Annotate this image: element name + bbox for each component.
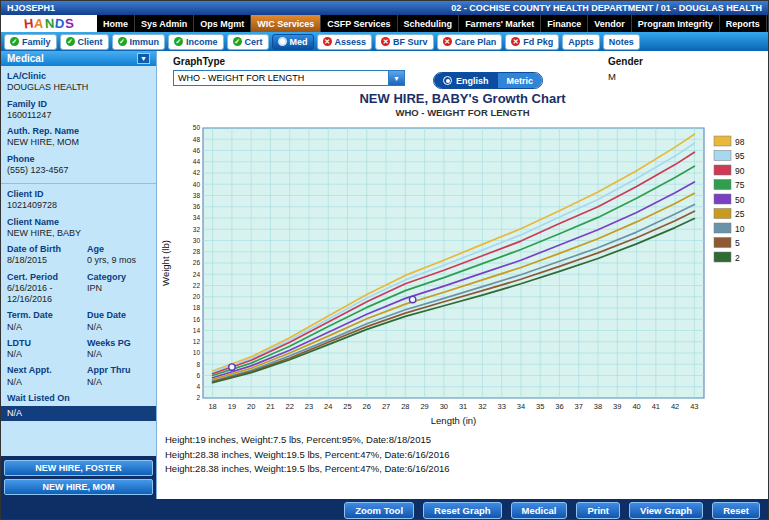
menu-home[interactable]: Home: [97, 15, 135, 32]
tab-family[interactable]: ✓Family: [4, 34, 57, 50]
family-member-buttons: NEW HIRE, FOSTERNEW HIRE, MOM: [1, 456, 156, 499]
x-tick-label: 40: [632, 402, 640, 411]
tab-label: Med: [290, 37, 308, 47]
field-value: N/A: [87, 322, 148, 333]
graph-type-value: WHO - WEIGHT FOR LENGTH: [178, 73, 304, 83]
legend-swatch-95: [714, 151, 731, 161]
tab-bf-surv[interactable]: ✕BF Surv: [375, 34, 434, 50]
units-metric-label: Metric: [507, 76, 534, 86]
zoom-tool-button[interactable]: Zoom Tool: [344, 502, 414, 519]
legend-swatch-10: [714, 223, 731, 233]
field-row: Date of Birth8/18/2015Age0 yrs, 9 mos: [1, 242, 156, 270]
x-tick-label: 42: [671, 402, 679, 411]
field-label: Client Name: [7, 217, 150, 228]
tab-fd-pkg[interactable]: ✕Fd Pkg: [505, 34, 559, 50]
tab-label: Client: [78, 37, 103, 47]
menu-finance[interactable]: Finance: [541, 15, 588, 32]
footer-bar: Zoom ToolReset GraphMedicalPrintView Gra…: [1, 499, 768, 520]
member-button-new-hire-mom[interactable]: NEW HIRE, MOM: [4, 479, 153, 495]
medical-button[interactable]: Medical: [511, 502, 568, 519]
y-tick-label: 12: [193, 338, 201, 345]
x-tick-label: 32: [478, 402, 486, 411]
tab-med[interactable]: Med: [272, 34, 314, 50]
menu-csfp-services[interactable]: CSFP Services: [321, 15, 397, 32]
field-label: Client ID: [7, 189, 150, 200]
y-tick-label: 22: [193, 282, 201, 289]
tab-label: Cert: [245, 37, 263, 47]
field-value: N/A: [7, 377, 83, 388]
y-tick-label: 24: [193, 271, 201, 278]
units-english-option[interactable]: English: [434, 73, 498, 88]
tab-cert[interactable]: ✓Cert: [227, 34, 269, 50]
hands-logo: HANDS: [1, 15, 97, 32]
y-tick-label: 30: [193, 237, 201, 244]
units-metric-option[interactable]: Metric: [498, 73, 543, 88]
tab-label: Family: [22, 37, 51, 47]
field-label: Due Date: [87, 310, 148, 321]
field-age: Age0 yrs, 9 mos: [87, 244, 150, 267]
print-button[interactable]: Print: [576, 502, 620, 519]
field-label: Term. Date: [7, 310, 83, 321]
x-tick-label: 33: [498, 402, 506, 411]
y-tick-label: 18: [193, 304, 201, 311]
menu-help[interactable]: Help: [767, 15, 768, 32]
menu-sys-admin[interactable]: Sys Admin: [135, 15, 194, 32]
field-row: Next Appt.N/AAppr ThruN/A: [1, 363, 156, 391]
legend-label: 25: [735, 209, 745, 219]
user-id: HJOSEPH1: [7, 3, 55, 13]
gender-label: Gender: [608, 56, 643, 67]
menu-wic-services[interactable]: WIC Services: [251, 15, 321, 32]
sidebar-section-dropdown[interactable]: Medical ▼: [1, 51, 156, 66]
y-tick-label: 14: [193, 327, 201, 334]
tab-income[interactable]: ✓Income: [168, 34, 224, 50]
tab-care-plan[interactable]: ✕Care Plan: [437, 34, 503, 50]
menu-reports[interactable]: Reports: [720, 15, 767, 32]
member-button-new-hire-foster[interactable]: NEW HIRE, FOSTER: [4, 460, 153, 476]
tab-label: Fd Pkg: [523, 37, 553, 47]
view-graph-button[interactable]: View Graph: [629, 502, 703, 519]
radio-selected-icon: [443, 76, 452, 85]
check-icon: ✓: [10, 37, 19, 46]
reset-graph-button[interactable]: Reset Graph: [423, 502, 502, 519]
menu-program-integrity[interactable]: Program Integrity: [632, 15, 720, 32]
tab-notes[interactable]: Notes: [603, 34, 640, 50]
tab-label: Immun: [130, 37, 160, 47]
chart-subtitle: WHO - WEIGHT FOR LENGTH: [157, 107, 768, 118]
field-next-appt: Next Appt.N/A: [7, 365, 87, 388]
field-value: 8/18/2015: [7, 255, 83, 266]
graph-type-select[interactable]: WHO - WEIGHT FOR LENGTH ▼: [173, 70, 405, 86]
tab-client[interactable]: ✓Client: [60, 34, 109, 50]
legend-swatch-50: [714, 194, 731, 204]
field-phone: Phone(555) 123-4567: [1, 152, 156, 180]
x-icon: ✕: [443, 37, 452, 46]
tab-row: ✓Family✓Client✓Immun✓Income✓CertMed✕Asse…: [1, 32, 768, 51]
menu-scheduling[interactable]: Scheduling: [398, 15, 460, 32]
x-axis-title: Length (in): [431, 415, 476, 426]
logo-letter: H: [23, 17, 34, 31]
gender-value: M: [608, 71, 643, 82]
tab-label: BF Surv: [393, 37, 428, 47]
legend-label: 5: [735, 238, 740, 248]
reset-button[interactable]: Reset: [712, 502, 760, 519]
field-label: Family ID: [7, 99, 150, 110]
check-icon: ✓: [233, 37, 242, 46]
growth-chart[interactable]: 1819202122232425262728293031323334353637…: [157, 120, 768, 430]
menu-ops-mgmt[interactable]: Ops Mgmt: [194, 15, 251, 32]
field-label: Age: [87, 244, 148, 255]
field-cert-period: Cert. Period6/16/2016 - 12/16/2016: [7, 272, 87, 306]
x-icon: ✕: [511, 37, 520, 46]
field-wait-listed-on: Wait Listed OnN/A: [1, 391, 156, 425]
dropdown-arrow-icon[interactable]: ▼: [388, 71, 404, 85]
measurement-line: Height:28.38 inches, Weight:19.5 lbs, Pe…: [165, 462, 768, 477]
field-label: Cert. Period: [7, 272, 83, 283]
menu-vendor[interactable]: Vendor: [588, 15, 632, 32]
field-value: 160011247: [7, 110, 150, 121]
x-tick-label: 24: [324, 402, 332, 411]
tab-immun[interactable]: ✓Immun: [112, 34, 166, 50]
chart-title: NEW HIRE, BABY's Growth Chart: [157, 91, 768, 106]
tab-assess[interactable]: ✕Assess: [317, 34, 373, 50]
menu-farmers-market[interactable]: Farmers' Market: [459, 15, 541, 32]
y-tick-label: 36: [193, 203, 201, 210]
tab-appts[interactable]: Appts: [562, 34, 600, 50]
y-tick-label: 6: [196, 372, 200, 379]
